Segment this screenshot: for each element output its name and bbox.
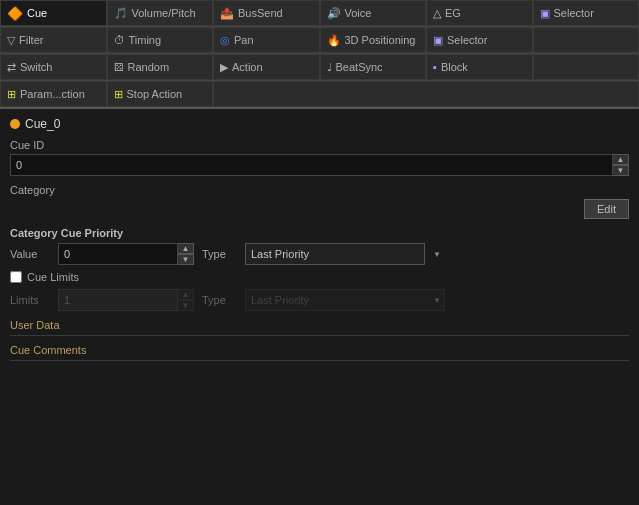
cue-limits-row: Cue Limits <box>10 271 629 283</box>
limits-spin-down[interactable]: ▼ <box>178 300 194 311</box>
cue-comments-divider <box>10 360 629 361</box>
tab-param-ction-label: Param...ction <box>20 88 85 100</box>
selector-2-icon: ▣ <box>433 34 443 47</box>
tab-switch[interactable]: ⇄ Switch <box>0 54 107 80</box>
limits-row: Limits ▲ ▼ Type Last Priority First Prio… <box>10 289 629 311</box>
tab-3d-positioning[interactable]: 🔥 3D Positioning <box>320 27 427 53</box>
tab-cue[interactable]: 🔶 Cue <box>0 0 107 26</box>
tab-voice-label: Voice <box>345 7 372 19</box>
value-input[interactable] <box>58 243 178 265</box>
limits-spin-up[interactable]: ▲ <box>178 289 194 300</box>
tab-beatsync[interactable]: ♩ BeatSync <box>320 54 427 80</box>
tab-volume-pitch[interactable]: 🎵 Volume/Pitch <box>107 0 214 26</box>
category-section: Category Edit <box>10 184 629 219</box>
volume-pitch-icon: 🎵 <box>114 7 128 20</box>
cue-id-label: Cue ID <box>10 139 629 151</box>
cue-id-input-row: ▲ ▼ <box>10 154 629 176</box>
cue-id-spin-down[interactable]: ▼ <box>613 165 629 176</box>
tab-selector-2[interactable]: ▣ Selector <box>426 27 533 53</box>
tab-block[interactable]: ▪ Block <box>426 54 533 80</box>
param-ction-icon: ⊞ <box>7 88 16 101</box>
tab-selector-2-label: Selector <box>447 34 487 46</box>
cue-id-spinner: ▲ ▼ <box>613 154 629 176</box>
timing-icon: ⏱ <box>114 34 125 46</box>
tab-cue-label: Cue <box>27 7 47 19</box>
random-icon: ⚄ <box>114 61 124 74</box>
tab-empty-2 <box>533 54 640 80</box>
pan-icon: ◎ <box>220 34 230 47</box>
limits-priority-select[interactable]: Last Priority First Priority Random Prio… <box>245 289 445 311</box>
tab-voice[interactable]: 🔊 Voice <box>320 0 427 26</box>
bus-send-icon: 📤 <box>220 7 234 20</box>
limits-select-wrapper: Last Priority First Priority Random Prio… <box>245 289 445 311</box>
user-data-section: User Data <box>10 319 629 336</box>
value-spin-down[interactable]: ▼ <box>178 254 194 265</box>
3d-positioning-icon: 🔥 <box>327 34 341 47</box>
tab-empty-1 <box>533 27 640 53</box>
cue-id-section: Cue ID ▲ ▼ <box>10 139 629 176</box>
tab-pan-label: Pan <box>234 34 254 46</box>
category-cue-priority-section: Category Cue Priority Value ▲ ▼ Type Las… <box>10 227 629 265</box>
tab-action-label: Action <box>232 61 263 73</box>
tab-filter[interactable]: ▽ Filter <box>0 27 107 53</box>
tab-stop-action-label: Stop Action <box>127 88 183 100</box>
tab-random[interactable]: ⚄ Random <box>107 54 214 80</box>
tab-row-3: ⇄ Switch ⚄ Random ▶ Action ♩ BeatSync ▪ … <box>0 54 639 81</box>
cue-title-row: Cue_0 <box>10 117 629 131</box>
tab-action[interactable]: ▶ Action <box>213 54 320 80</box>
category-edit-row: Edit <box>10 199 629 219</box>
user-data-divider <box>10 335 629 336</box>
type-label: Type <box>202 248 237 260</box>
tab-bus-send-label: BusSend <box>238 7 283 19</box>
voice-icon: 🔊 <box>327 7 341 20</box>
switch-icon: ⇄ <box>7 61 16 74</box>
limits-type-label: Type <box>202 294 237 306</box>
content-area: Cue_0 Cue ID ▲ ▼ Category Edit Category … <box>0 109 639 373</box>
priority-select-wrapper: Last Priority First Priority Random Prio… <box>245 243 445 265</box>
category-cue-priority-title: Category Cue Priority <box>10 227 629 239</box>
tab-timing[interactable]: ⏱ Timing <box>107 27 214 53</box>
limits-spinner: ▲ ▼ <box>178 289 194 311</box>
tab-random-label: Random <box>128 61 170 73</box>
cue-icon: 🔶 <box>7 6 23 21</box>
tab-param-ction[interactable]: ⊞ Param...ction <box>0 81 107 107</box>
value-spinner: ▲ ▼ <box>178 243 194 265</box>
tab-bus-send[interactable]: 📤 BusSend <box>213 0 320 26</box>
selector-1-icon: ▣ <box>540 7 550 20</box>
tab-3d-positioning-label: 3D Positioning <box>345 34 416 46</box>
tab-beatsync-label: BeatSync <box>336 61 383 73</box>
tab-eg-label: EG <box>445 7 461 19</box>
tab-block-label: Block <box>441 61 468 73</box>
edit-button[interactable]: Edit <box>584 199 629 219</box>
tab-timing-label: Timing <box>129 34 162 46</box>
cue-limits-checkbox[interactable] <box>10 271 22 283</box>
value-label: Value <box>10 248 50 260</box>
value-spin-up[interactable]: ▲ <box>178 243 194 254</box>
tab-selector-1-label: Selector <box>554 7 594 19</box>
tab-eg[interactable]: △ EG <box>426 0 533 26</box>
limits-input[interactable] <box>58 289 178 311</box>
cue-name-label: Cue_0 <box>25 117 60 131</box>
tab-row-1: 🔶 Cue 🎵 Volume/Pitch 📤 BusSend 🔊 Voice △… <box>0 0 639 27</box>
tab-row-2: ▽ Filter ⏱ Timing ◎ Pan 🔥 3D Positioning… <box>0 27 639 54</box>
tab-volume-pitch-label: Volume/Pitch <box>132 7 196 19</box>
cue-limits-label: Cue Limits <box>27 271 79 283</box>
tab-selector-1[interactable]: ▣ Selector <box>533 0 640 26</box>
action-icon: ▶ <box>220 61 228 74</box>
user-data-label: User Data <box>10 319 629 331</box>
tab-stop-action[interactable]: ⊞ Stop Action <box>107 81 214 107</box>
block-icon: ▪ <box>433 61 437 73</box>
category-label: Category <box>10 184 629 196</box>
beatsync-icon: ♩ <box>327 61 332 74</box>
value-input-group: ▲ ▼ <box>58 243 194 265</box>
cue-id-spin-up[interactable]: ▲ <box>613 154 629 165</box>
priority-row: Value ▲ ▼ Type Last Priority First Prior… <box>10 243 629 265</box>
filter-icon: ▽ <box>7 34 15 47</box>
tab-pan[interactable]: ◎ Pan <box>213 27 320 53</box>
cue-id-input[interactable] <box>10 154 613 176</box>
tab-switch-label: Switch <box>20 61 52 73</box>
tab-row4-empty <box>213 81 639 107</box>
cue-dot-icon <box>10 119 20 129</box>
priority-select[interactable]: Last Priority First Priority Random Prio… <box>245 243 425 265</box>
limits-label: Limits <box>10 294 50 306</box>
